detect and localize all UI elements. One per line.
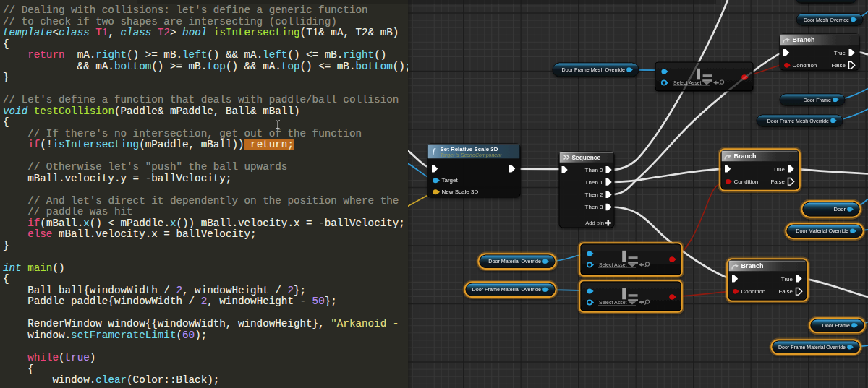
svg-text:Door Frame Material Override: Door Frame Material Override xyxy=(778,345,846,350)
svg-text:Then 0: Then 0 xyxy=(585,167,603,173)
svg-text:Branch: Branch xyxy=(741,262,764,270)
svg-text:Door Material Override: Door Material Override xyxy=(488,258,541,264)
svg-text:Target: Target xyxy=(442,177,459,184)
svg-text:Door Frame Mesh Override: Door Frame Mesh Override xyxy=(767,118,829,124)
svg-text:Door Frame Material Override: Door Frame Material Override xyxy=(472,286,541,293)
svg-text:True: True xyxy=(834,50,846,56)
svg-text:True: True xyxy=(781,276,793,283)
svg-text:False: False xyxy=(831,62,846,69)
svg-text:Door: Door xyxy=(834,206,846,212)
svg-text:Condition: Condition xyxy=(741,288,766,295)
svg-text:Branch: Branch xyxy=(793,36,815,43)
svg-text:Target is SceneComponent: Target is SceneComponent xyxy=(441,152,503,158)
svg-text:Sequence: Sequence xyxy=(572,154,601,161)
svg-text:Select Asset: Select Asset xyxy=(599,300,627,305)
svg-text:False: False xyxy=(770,178,785,185)
svg-text:Then 1: Then 1 xyxy=(585,179,603,186)
svg-text:New Scale 3D: New Scale 3D xyxy=(442,189,479,195)
svg-text:Door Material Override: Door Material Override xyxy=(796,228,848,234)
svg-text:Then 2: Then 2 xyxy=(585,191,603,198)
svg-text:Then 3: Then 3 xyxy=(585,204,603,210)
svg-text:Add pin: Add pin xyxy=(585,220,604,226)
svg-text:Door Frame Mesh Override: Door Frame Mesh Override xyxy=(562,66,625,73)
svg-text:Door Frame: Door Frame xyxy=(822,322,850,329)
svg-text:Branch: Branch xyxy=(734,152,757,160)
svg-text:Condition: Condition xyxy=(734,178,759,185)
svg-text:Condition: Condition xyxy=(793,62,817,69)
svg-text:Set Relative Scale 3D: Set Relative Scale 3D xyxy=(441,146,498,152)
svg-text:Door Frame: Door Frame xyxy=(804,97,831,103)
svg-text:True: True xyxy=(773,166,786,173)
svg-text:False: False xyxy=(778,288,793,295)
svg-text:Select Asset: Select Asset xyxy=(599,262,627,267)
svg-text:Door Mesh Override: Door Mesh Override xyxy=(804,17,849,22)
